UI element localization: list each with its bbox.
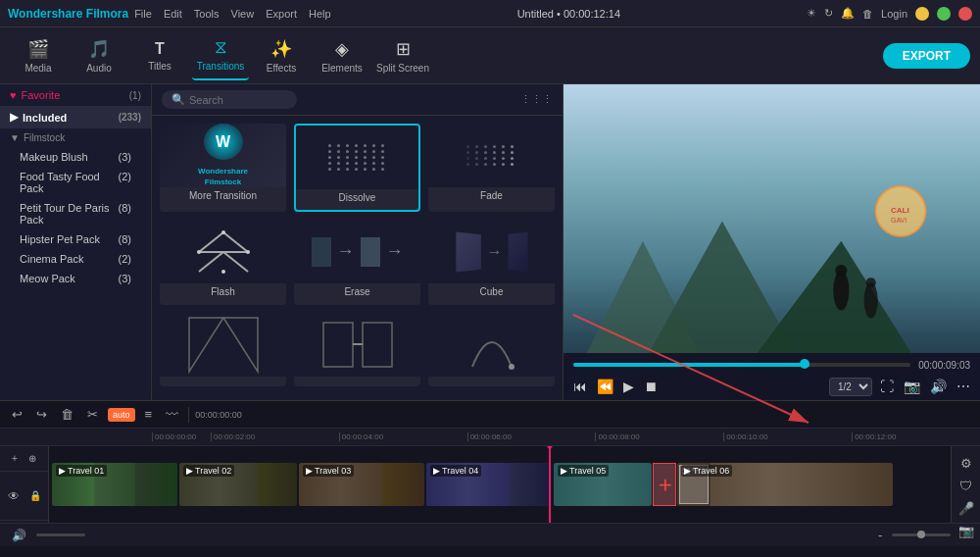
cut-button[interactable]: ✂ <box>83 405 102 424</box>
toolbar-transitions[interactable]: ⧖ Transitions <box>192 31 249 80</box>
clip-travel05[interactable]: ▶Travel 05 <box>554 463 652 506</box>
category-paris[interactable]: Petit Tour De Paris Pack (8) <box>0 198 151 229</box>
minimize-button[interactable] <box>915 7 929 21</box>
titles-icon: T <box>155 40 165 58</box>
clip-travel01[interactable]: ▶Travel 01 <box>52 463 177 506</box>
timeline-right-tools: ⚙ 🛡 🎤 📷 <box>951 446 980 523</box>
rewind-button[interactable]: ⏪ <box>595 377 615 396</box>
ruler-mark-4: 00:00:08:00 <box>595 432 723 441</box>
adjust-button[interactable]: ≡ <box>141 405 157 424</box>
search-box[interactable]: 🔍 <box>162 90 297 109</box>
menu-help[interactable]: Help <box>309 8 331 20</box>
misc2-thumb <box>294 313 420 377</box>
category-meow[interactable]: Meow Pack (3) <box>0 269 151 288</box>
zoom-slider[interactable] <box>892 533 951 536</box>
maximize-button[interactable] <box>937 7 951 21</box>
menu-file[interactable]: File <box>134 8 152 20</box>
mic-button[interactable]: 🎤 <box>955 499 978 518</box>
zoom-out-button[interactable]: - <box>874 526 886 544</box>
toolbar-media[interactable]: 🎬 Media <box>10 31 67 80</box>
toolbar-effects[interactable]: ✨ Effects <box>253 31 310 80</box>
clip-travel03[interactable]: ▶Travel 03 <box>299 463 424 506</box>
toolbar-splitscreen[interactable]: ⊞ Split Screen <box>374 31 431 80</box>
main-content: ♥ Favorite (1) ▶ Included (233) ▼ Filmst… <box>0 84 980 400</box>
title-icon-trash[interactable]: 🗑 <box>862 8 873 20</box>
more-button[interactable]: ⋯ <box>955 377 972 396</box>
svg-point-19 <box>833 271 849 310</box>
transitions-label: Transitions <box>197 61 245 72</box>
clip5-label: Travel 05 <box>569 466 606 476</box>
svg-line-4 <box>199 252 223 272</box>
play-button[interactable]: ▶ <box>621 377 636 396</box>
filmstock-label: More Transition <box>186 187 260 204</box>
title-icon-refresh[interactable]: ↻ <box>824 7 833 20</box>
separator <box>188 407 189 423</box>
volume-slider[interactable] <box>36 533 85 536</box>
transition-fade[interactable]: Fade <box>428 124 555 212</box>
progress-bar[interactable] <box>573 363 910 367</box>
food-count: (2) <box>119 171 131 194</box>
category-hipster[interactable]: Hipster Pet Pack (8) <box>0 229 151 249</box>
menu-view[interactable]: View <box>231 8 255 20</box>
misc2-label <box>355 377 361 382</box>
redo-button[interactable]: ↪ <box>32 405 51 424</box>
screenshot-button[interactable]: 📷 <box>902 377 922 396</box>
transition-filmstock[interactable]: W WondershareFilmstock More Transition <box>160 124 286 212</box>
clip6-label: Travel 06 <box>693 466 729 476</box>
category-included[interactable]: ▶ Included (233) <box>0 106 151 128</box>
transition-flash[interactable]: Flash <box>160 220 286 304</box>
transition-misc2[interactable] <box>294 313 420 386</box>
menu-export[interactable]: Export <box>266 8 297 20</box>
toolbar-elements[interactable]: ◈ Elements <box>314 31 370 80</box>
delete-button[interactable]: 🗑 <box>57 405 77 424</box>
category-favorite[interactable]: ♥ Favorite (1) <box>0 84 151 106</box>
grid-view-icon[interactable]: ⋮⋮⋮ <box>520 93 553 106</box>
toolbar-titles[interactable]: T Titles <box>131 31 188 80</box>
search-input[interactable] <box>189 94 287 106</box>
hipster-count: (8) <box>119 233 131 245</box>
clip-travel04[interactable]: ▶Travel 04 <box>426 463 552 506</box>
track-lock-button[interactable]: 🔒 <box>25 488 45 503</box>
undo-button[interactable]: ↩ <box>8 405 26 424</box>
filmstock-thumb: W WondershareFilmstock <box>160 124 286 187</box>
menu-tools[interactable]: Tools <box>194 8 220 20</box>
menu-bar[interactable]: File Edit Tools View Export Help <box>134 8 330 20</box>
media-label: Media <box>24 63 51 74</box>
camera-button[interactable]: 📷 <box>955 522 978 540</box>
export-button[interactable]: EXPORT <box>883 43 970 69</box>
login-button[interactable]: Login <box>881 8 907 20</box>
category-cinema[interactable]: Cinema Pack (2) <box>0 249 151 269</box>
track-eye-button[interactable]: 👁 <box>4 487 24 505</box>
shield-button[interactable]: 🛡 <box>956 477 976 495</box>
audio-button[interactable]: 🔊 <box>928 377 949 396</box>
menu-edit[interactable]: Edit <box>164 8 182 20</box>
chevron-icon: ▶ <box>10 111 18 124</box>
filmstock-label: Filmstock <box>24 132 65 143</box>
transition-misc3[interactable] <box>428 313 555 386</box>
settings-button[interactable]: ⚙ <box>956 454 976 473</box>
clip-travel02[interactable]: ▶Travel 02 <box>179 463 297 506</box>
favorite-label: Favorite <box>22 89 61 101</box>
speed-selector[interactable]: 1/2 1/1 <box>829 378 872 396</box>
prev-frame-button[interactable]: ⏮ <box>571 377 589 396</box>
track-add-button[interactable]: + <box>8 451 22 466</box>
transition-misc1[interactable] <box>160 313 286 386</box>
volume-icon[interactable]: 🔊 <box>8 527 30 544</box>
fullscreen-button[interactable]: ⛶ <box>878 377 896 396</box>
stop-button[interactable]: ⏹ <box>642 377 660 396</box>
svg-rect-13 <box>363 323 392 367</box>
transition-cube[interactable]: → Cube <box>428 220 555 304</box>
transition-dissolve[interactable]: Dissolve <box>294 124 420 212</box>
category-makeup[interactable]: Makeup Blush (3) <box>0 147 151 167</box>
audio-detach-button[interactable]: 〰 <box>162 405 182 424</box>
clip-travel06[interactable]: ▶Travel 06 <box>677 463 893 506</box>
track-link-button[interactable]: ⊕ <box>24 451 40 466</box>
title-icon-bell[interactable]: 🔔 <box>841 7 855 20</box>
speed-button[interactable]: auto <box>108 408 135 422</box>
transition-erase[interactable]: → → Erase <box>294 220 420 304</box>
category-food[interactable]: Food Tasty Food Pack (2) <box>0 167 151 198</box>
toolbar-audio[interactable]: 🎵 Audio <box>71 31 127 80</box>
close-button[interactable] <box>958 7 972 21</box>
zoom-label: 00:00:00:00 <box>195 410 242 420</box>
meow-count: (3) <box>119 273 131 284</box>
